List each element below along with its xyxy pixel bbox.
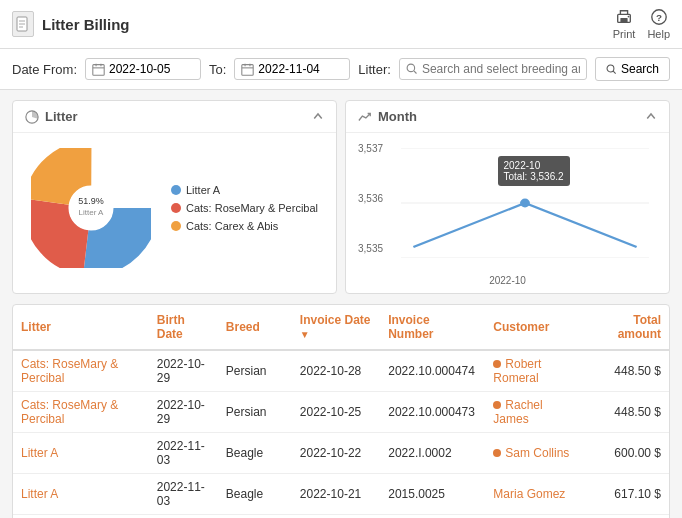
col-invoice-date[interactable]: Invoice Date ▼ — [292, 305, 380, 350]
date-from-input-wrapper — [85, 58, 201, 80]
litter-search-wrapper — [399, 58, 587, 80]
cell-customer[interactable]: Sam Collins — [485, 433, 587, 474]
table-section: Litter Birth Date Breed Invoice Date ▼ I… — [12, 304, 670, 518]
legend-label: Cats: Carex & Abis — [186, 220, 278, 232]
calendar-icon — [92, 63, 105, 76]
col-invoice-number[interactable]: Invoice Number — [380, 305, 485, 350]
litter-chart-header: Litter — [13, 101, 336, 133]
cell-invoice-date: 2022-10-20 — [292, 515, 380, 519]
y-label-bot: 3,535 — [358, 243, 383, 254]
legend-item-rosemary: Cats: RoseMary & Percibal — [171, 202, 318, 214]
litter-chart-card: Litter 51.9% Litter A — [12, 100, 337, 294]
collapse-icon-month[interactable] — [645, 111, 657, 123]
svg-point-6 — [628, 16, 630, 18]
svg-rect-13 — [242, 64, 253, 75]
print-button[interactable]: Print — [613, 8, 636, 40]
cell-breed: Persian — [218, 392, 292, 433]
svg-rect-9 — [93, 64, 104, 75]
page-title: Litter Billing — [42, 16, 130, 33]
table-row: Cats: RoseMary & Percibal2022-10-29Persi… — [13, 392, 669, 433]
chart-tooltip: 2022-10 Total: 3,536.2 — [498, 156, 570, 186]
cell-invoice-number: 2022.10.000473 — [380, 392, 485, 433]
cell-invoice-number: 2022.I.0002 — [380, 433, 485, 474]
tooltip-value: Total: 3,536.2 — [504, 171, 564, 182]
cell-invoice-date: 2022-10-22 — [292, 433, 380, 474]
litter-search-input[interactable] — [422, 62, 580, 76]
svg-line-18 — [414, 71, 417, 74]
col-total[interactable]: Total amount — [587, 305, 669, 350]
filter-bar: Date From: To: Litter: Search — [0, 49, 682, 90]
pie-container: 51.9% Litter A Litter A Cats: RoseMary &… — [31, 148, 318, 268]
col-customer[interactable]: Customer — [485, 305, 587, 350]
col-birth-date[interactable]: Birth Date — [149, 305, 218, 350]
table-row: Litter A2022-11-03Beagle2022-10-222022.I… — [13, 433, 669, 474]
svg-line-20 — [613, 71, 615, 73]
y-label-top: 3,537 — [358, 143, 383, 154]
cell-customer[interactable]: Maria Gomez — [485, 474, 587, 515]
charts-section: Litter 51.9% Litter A — [12, 100, 670, 294]
header-left: Litter Billing — [12, 11, 130, 37]
svg-point-19 — [607, 65, 614, 72]
cell-customer[interactable]: Rachel James — [485, 392, 587, 433]
cell-invoice-date: 2022-10-28 — [292, 350, 380, 392]
cell-total: 617.10 $ — [587, 515, 669, 519]
y-label-mid: 3,536 — [358, 193, 383, 204]
svg-text:?: ? — [656, 12, 662, 23]
cell-total: 448.50 $ — [587, 350, 669, 392]
date-from-field[interactable] — [109, 62, 194, 76]
svg-rect-5 — [620, 18, 627, 23]
cell-invoice-number: 2022.10.000474 — [380, 350, 485, 392]
cell-litter[interactable]: Litter A — [13, 433, 149, 474]
legend-dot — [171, 221, 181, 231]
cell-breed: Beagle — [218, 515, 292, 519]
cell-breed: Beagle — [218, 474, 292, 515]
cell-birth-date: 2022-11-03 — [149, 433, 218, 474]
cell-invoice-number: 2015.0025 — [380, 474, 485, 515]
legend-label: Litter A — [186, 184, 220, 196]
month-chart-body: 3,537 3,536 3,535 2022-10 Total — [346, 133, 669, 293]
table-body: Cats: RoseMary & Percibal2022-10-29Persi… — [13, 350, 669, 518]
search-icon — [406, 63, 418, 75]
cell-breed: Persian — [218, 350, 292, 392]
tooltip-title: 2022-10 — [504, 160, 564, 171]
cell-invoice-number: 2015.0024 — [380, 515, 485, 519]
month-chart-title: Month — [358, 109, 417, 124]
month-chart-card: Month 3,537 3,536 3,535 — [345, 100, 670, 294]
header-actions: Print ? Help — [613, 8, 670, 40]
cell-litter[interactable]: Cats: RoseMary & Percibal — [13, 350, 149, 392]
svg-text:Litter A: Litter A — [79, 208, 105, 217]
litter-chart-title: Litter — [25, 109, 78, 124]
date-to-input-wrapper — [234, 58, 350, 80]
legend-item-litter-a: Litter A — [171, 184, 318, 196]
cell-customer[interactable]: Robert Romeral — [485, 350, 587, 392]
cell-invoice-date: 2022-10-21 — [292, 474, 380, 515]
litter-label: Litter: — [358, 62, 391, 77]
col-breed[interactable]: Breed — [218, 305, 292, 350]
help-button[interactable]: ? Help — [647, 8, 670, 40]
cell-total: 617.10 $ — [587, 474, 669, 515]
col-litter[interactable]: Litter — [13, 305, 149, 350]
trend-icon — [358, 110, 372, 124]
x-axis-label: 2022-10 — [489, 275, 526, 286]
search-button[interactable]: Search — [595, 57, 670, 81]
billing-table: Litter Birth Date Breed Invoice Date ▼ I… — [13, 305, 669, 518]
litter-chart-body: 51.9% Litter A Litter A Cats: RoseMary &… — [13, 133, 336, 283]
cell-total: 600.00 $ — [587, 433, 669, 474]
table-row: Litter A2022-11-03Beagle2022-10-202015.0… — [13, 515, 669, 519]
header: Litter Billing Print ? Help — [0, 0, 682, 49]
cell-invoice-date: 2022-10-25 — [292, 392, 380, 433]
svg-text:51.9%: 51.9% — [78, 196, 104, 206]
cell-litter[interactable]: Litter A — [13, 515, 149, 519]
cell-litter[interactable]: Litter A — [13, 474, 149, 515]
calendar-icon-2 — [241, 63, 254, 76]
date-to-field[interactable] — [258, 62, 343, 76]
table-row: Cats: RoseMary & Percibal2022-10-29Persi… — [13, 350, 669, 392]
pie-legend: Litter A Cats: RoseMary & Percibal Cats:… — [171, 184, 318, 232]
pie-chart-icon — [25, 110, 39, 124]
cell-birth-date: 2022-10-29 — [149, 392, 218, 433]
table-row: Litter A2022-11-03Beagle2022-10-212015.0… — [13, 474, 669, 515]
cell-litter[interactable]: Cats: RoseMary & Percibal — [13, 392, 149, 433]
customer-dot — [493, 401, 501, 409]
collapse-icon[interactable] — [312, 111, 324, 123]
cell-customer[interactable]: Alex Phillips — [485, 515, 587, 519]
